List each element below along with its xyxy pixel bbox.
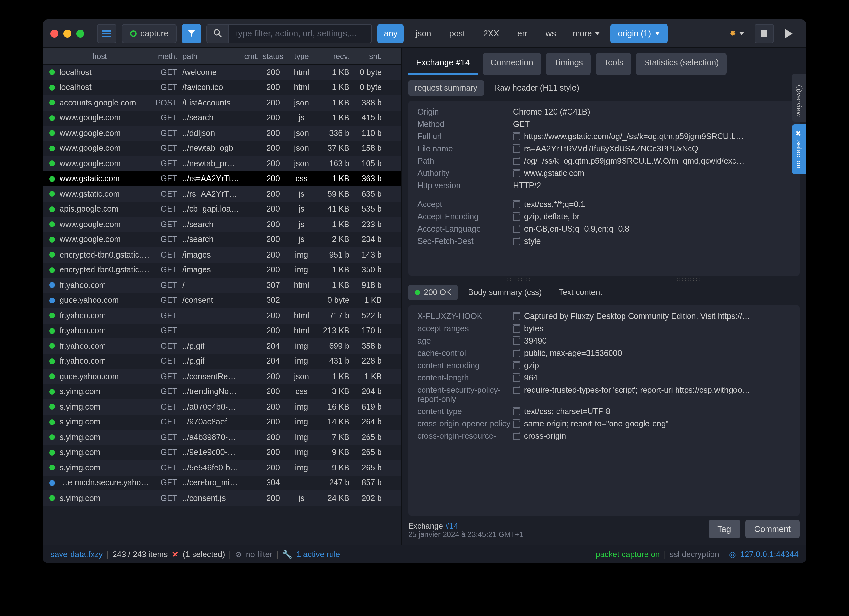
copy-icon[interactable] xyxy=(513,313,520,320)
tab-exchange[interactable]: Exchange #14 xyxy=(408,53,478,75)
filter-toggle-button[interactable] xyxy=(182,24,201,43)
tab-stats[interactable]: Statistics (selection) xyxy=(636,53,727,75)
filter-err[interactable]: err xyxy=(511,24,534,43)
filter-json[interactable]: json xyxy=(409,24,438,43)
table-row[interactable]: apis.google.comGET../cb=gapi.load…200js4… xyxy=(43,202,401,217)
copy-icon[interactable] xyxy=(513,338,520,345)
ssl-decryption-status[interactable]: ssl decryption xyxy=(670,550,719,559)
search-input[interactable] xyxy=(229,24,372,42)
table-row[interactable]: encrypted-tbn0.gstatic.comGET/images200i… xyxy=(43,262,401,278)
copy-icon[interactable] xyxy=(513,387,520,394)
comment-button[interactable]: Comment xyxy=(745,519,800,539)
copy-icon[interactable] xyxy=(513,226,520,233)
minimize-window-icon[interactable] xyxy=(63,30,71,37)
table-row[interactable]: s.yimg.comGET../trendingNow.…200css3 KB2… xyxy=(43,384,401,399)
table-row[interactable]: fr.yahoo.comGET../p.gif204img431 b228 b xyxy=(43,354,401,369)
col-meth-header[interactable]: meth. xyxy=(153,51,182,61)
packet-capture-status[interactable]: packet capture on xyxy=(596,550,660,559)
tab-timings[interactable]: Timings xyxy=(546,53,591,75)
search-icon[interactable] xyxy=(207,24,229,42)
table-body[interactable]: localhostGET/welcome200html1 KB0 byteloc… xyxy=(43,65,401,545)
table-row[interactable]: localhostGET/favicon.ico200html1 KB0 byt… xyxy=(43,80,401,95)
col-status-header[interactable]: status xyxy=(259,51,287,61)
copy-icon[interactable] xyxy=(513,374,520,381)
copy-icon[interactable] xyxy=(513,325,520,332)
table-row[interactable]: accounts.google.comPOST/ListAccounts200j… xyxy=(43,95,401,110)
menu-button[interactable] xyxy=(97,24,116,43)
col-snt-header[interactable]: snt. xyxy=(353,51,388,61)
col-host-header[interactable]: host xyxy=(46,51,153,61)
copy-icon[interactable] xyxy=(513,213,520,220)
table-row[interactable]: www.gstatic.comGET../rs=AA2YrTvL…200js59… xyxy=(43,186,401,202)
copy-icon[interactable] xyxy=(513,133,520,140)
table-row[interactable]: …e-mcdn.secure.yahoo.comGET../cerebro_mi… xyxy=(43,475,401,491)
tab-connection[interactable]: Connection xyxy=(483,53,541,75)
no-filter-label[interactable]: no filter xyxy=(246,550,273,559)
copy-icon[interactable] xyxy=(513,158,520,165)
subtab-request-summary[interactable]: request summary xyxy=(408,80,484,96)
detail-value: Captured by Fluxzy Desktop Community Edi… xyxy=(513,312,791,321)
copy-icon[interactable] xyxy=(513,170,520,177)
table-row[interactable]: www.google.comGET../search200js1 KB415 b xyxy=(43,110,401,125)
more-filters-button[interactable]: more xyxy=(567,28,605,38)
table-row[interactable]: guce.yahoo.comGET../consentReco…200json1… xyxy=(43,369,401,384)
zoom-window-icon[interactable] xyxy=(76,30,84,37)
table-row[interactable]: s.yimg.comGET../5e546fe0-bb…200img9 KB26… xyxy=(43,460,401,475)
table-row[interactable]: www.google.comGET../search200js1 KB233 b xyxy=(43,217,401,232)
table-row[interactable]: localhostGET/welcome200html1 KB0 byte xyxy=(43,65,401,80)
copy-icon[interactable] xyxy=(513,408,520,415)
table-row[interactable]: www.google.comGET../search200js2 KB234 b xyxy=(43,232,401,247)
table-row[interactable]: fr.yahoo.comGET/307html1 KB918 b xyxy=(43,278,401,293)
table-row[interactable]: www.gstatic.comGET../rs=AA2YrTtR…200css1… xyxy=(43,171,401,186)
tag-button[interactable]: Tag xyxy=(708,519,740,539)
file-name[interactable]: save-data.fxzy xyxy=(51,550,103,559)
table-row[interactable]: fr.yahoo.comGET200html213 KB170 b xyxy=(43,323,401,338)
filter-2xx[interactable]: 2XX xyxy=(477,24,506,43)
col-path-header[interactable]: path xyxy=(182,51,240,61)
table-row[interactable]: s.yimg.comGET../a4b39870-bb…200img7 KB26… xyxy=(43,430,401,445)
table-row[interactable]: encrypted-tbn0.gstatic.comGET/images200i… xyxy=(43,247,401,262)
subtab-body-summary[interactable]: Body summary (css) xyxy=(462,285,548,300)
active-rule-label[interactable]: 1 active rule xyxy=(296,550,340,559)
col-recv-header[interactable]: recv. xyxy=(316,51,353,61)
tab-tools[interactable]: Tools xyxy=(596,53,631,75)
copy-icon[interactable] xyxy=(513,420,520,427)
copy-icon[interactable] xyxy=(513,238,520,245)
col-type-header[interactable]: type xyxy=(287,51,316,61)
table-row[interactable]: www.google.comGET../newtab_pro…200json16… xyxy=(43,156,401,171)
table-row[interactable]: s.yimg.comGET../970ac8aef32…200img14 KB2… xyxy=(43,414,401,430)
filter-any[interactable]: any xyxy=(378,24,404,43)
copy-icon[interactable] xyxy=(513,362,520,369)
play-button[interactable] xyxy=(779,24,798,43)
status-dot-icon xyxy=(49,283,55,288)
stop-button[interactable] xyxy=(755,24,774,43)
table-row[interactable]: www.google.comGET../newtab_ogb200json37 … xyxy=(43,141,401,156)
subtab-raw-header[interactable]: Raw header (H11 style) xyxy=(488,80,585,96)
capture-button[interactable]: capture xyxy=(122,24,177,43)
table-row[interactable]: fr.yahoo.comGET../p.gif204img699 b358 b xyxy=(43,338,401,354)
listen-address[interactable]: 127.0.0.1:44344 xyxy=(740,550,798,559)
table-row[interactable]: fr.yahoo.comGET200html717 b522 b xyxy=(43,308,401,323)
rail-overview[interactable]: ⓘ overview xyxy=(792,74,806,122)
copy-icon[interactable] xyxy=(513,201,520,208)
filter-ws[interactable]: ws xyxy=(539,24,563,43)
subtab-text-content[interactable]: Text content xyxy=(552,285,609,300)
split-handle[interactable]: ::::::::: ::::::::: xyxy=(408,276,800,282)
detail-key: Accept-Language xyxy=(417,225,513,234)
close-window-icon[interactable] xyxy=(51,30,58,37)
bug-dropdown[interactable]: ✸ xyxy=(724,28,749,38)
table-row[interactable]: s.yimg.comGET../consent.js200js24 KB202 … xyxy=(43,491,401,506)
copy-icon[interactable] xyxy=(513,145,520,152)
table-row[interactable]: s.yimg.comGET../a070e4b0-bb…200img16 KB6… xyxy=(43,399,401,414)
col-cmt-header[interactable]: cmt. xyxy=(240,51,259,61)
copy-icon[interactable] xyxy=(513,433,520,440)
copy-icon[interactable] xyxy=(513,350,520,357)
rail-selection[interactable]: ✖ selection xyxy=(792,125,806,174)
table-row[interactable]: s.yimg.comGET../9e1e9c00-bb…200img9 KB26… xyxy=(43,445,401,460)
table-row[interactable]: www.google.comGET../ddljson200json336 b1… xyxy=(43,125,401,141)
filter-post[interactable]: post xyxy=(442,24,471,43)
table-row[interactable]: guce.yahoo.comGET/consent3020 byte1 KB xyxy=(43,293,401,308)
clear-items-icon[interactable]: ✕ xyxy=(172,549,179,559)
subtab-status[interactable]: 200 OK xyxy=(408,285,458,300)
origin-dropdown[interactable]: origin (1) xyxy=(610,24,668,43)
